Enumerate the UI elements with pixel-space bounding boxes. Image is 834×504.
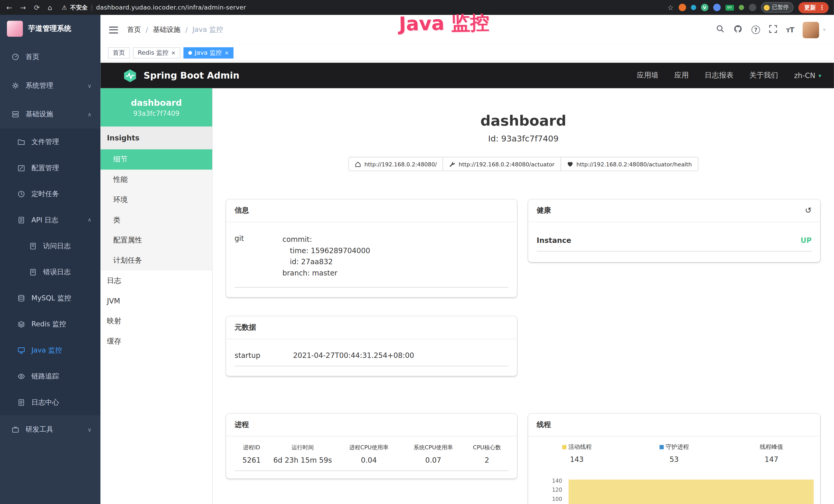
health-row-instance: Instance UP <box>536 228 812 251</box>
sba-menu-details[interactable]: 细节 <box>101 150 212 170</box>
close-icon[interactable]: × <box>224 50 229 56</box>
sidebar-item-mysql[interactable]: MySQL 监控 <box>0 285 101 311</box>
sidebar-item-job[interactable]: 定时任务 <box>0 181 101 207</box>
sba-menu-caches[interactable]: 缓存 <box>101 331 212 351</box>
url-text[interactable]: dashboard.yudao.iocoder.cn/infra/admin-s… <box>96 4 246 11</box>
info-key: git <box>235 234 282 279</box>
service-url-button[interactable]: http://192.168.0.2:48080/ <box>349 157 443 171</box>
sidebar-item-trace[interactable]: 链路追踪 <box>0 363 101 389</box>
main-area: 首页 / 基础设施 / Java 监控 ? тT ▾ <box>101 15 834 504</box>
update-button[interactable]: 更新 ⋮ <box>798 2 829 13</box>
sba-menu-jvm[interactable]: JVM <box>101 291 212 311</box>
sidebar-item-api-log[interactable]: API 日志 ∧ <box>0 207 101 233</box>
font-size-icon[interactable]: тT <box>786 26 794 33</box>
sidebar-item-log-center[interactable]: 日志中心 <box>0 389 101 415</box>
ext-fox-icon[interactable] <box>678 4 686 11</box>
sidebar-item-error-log[interactable]: 错误日志 <box>0 259 101 285</box>
sidebar-item-label: MySQL 监控 <box>31 293 71 303</box>
sba-insights-label: Insights <box>101 127 212 150</box>
sidebar-item-system[interactable]: 系统管理 ∨ <box>0 71 101 100</box>
close-icon[interactable]: × <box>171 50 175 56</box>
back-icon[interactable]: ← <box>6 3 12 11</box>
sba-nav-wall[interactable]: 应用墙 <box>637 71 659 80</box>
browser-chrome: ← → ⟳ ⌂ ⚠ 不安全 | dashboard.yudao.iocoder.… <box>0 0 834 15</box>
sba-menu-performance[interactable]: 性能 <box>101 170 212 190</box>
sidebar-item-label: API 日志 <box>31 215 58 225</box>
sba-brand[interactable]: Spring Boot Admin <box>144 70 239 81</box>
fullscreen-icon[interactable] <box>769 25 777 35</box>
ext-vue-icon[interactable]: V <box>701 4 708 11</box>
home-icon[interactable]: ⌂ <box>48 3 52 11</box>
sidebar-item-label: 配置管理 <box>31 163 59 173</box>
ext-drop-icon[interactable] <box>691 5 696 10</box>
server-icon <box>11 110 19 118</box>
tags-view: 首页 Redis 监控 × Java 监控 × <box>101 45 834 61</box>
sidebar-item-infra[interactable]: 基础设施 ∧ <box>0 100 101 129</box>
sba-language-select[interactable]: zh-CN ▾ <box>794 71 821 79</box>
user-avatar[interactable] <box>803 22 819 38</box>
breadcrumb: 首页 / 基础设施 / Java 监控 <box>127 25 223 35</box>
instance-subtitle: Id: 93a3fc7f7409 <box>213 134 834 143</box>
sidebar-item-label: 文件管理 <box>31 137 59 146</box>
card-metadata: 元数据 startup 2021-04-27T00:44:31.254+08:0… <box>226 316 517 376</box>
metadata-key: startup <box>235 351 293 360</box>
card-title: 元数据 <box>235 323 256 332</box>
sidebar-item-home[interactable]: 首页 <box>0 43 101 71</box>
git-commit-id: id: 27aa832 <box>283 256 370 267</box>
process-headers: 进程ID 运行时间 进程CPU使用率 系统CPU使用率 CPU核心数 <box>235 441 508 455</box>
info-value: commit: time: 1596289704000 id: 27aa832 … <box>283 234 370 279</box>
sba-menu-properties[interactable]: 配置属性 <box>101 230 212 251</box>
sidebar-item-access-log[interactable]: 访问日志 <box>0 233 101 259</box>
sba-menu-logs[interactable]: 日志 <box>101 271 212 291</box>
sidebar-item-redis[interactable]: Redis 监控 <box>0 311 101 337</box>
metadata-value: 2021-04-27T00:44:31.254+08:00 <box>293 351 414 360</box>
breadcrumb-separator: / <box>146 26 148 33</box>
git-commit-time: time: 1596289704000 <box>283 245 370 256</box>
reload-icon[interactable]: ⟳ <box>34 3 40 11</box>
tag-home[interactable]: 首页 <box>108 47 130 58</box>
sidebar-item-label: 系统管理 <box>25 81 53 90</box>
ext-leaf-icon[interactable] <box>739 5 744 10</box>
app-logo[interactable]: 芋道管理系统 <box>0 15 101 43</box>
card-info: 信息 git commit: time: 1596289704000 id: 2… <box>226 200 517 297</box>
paused-badge[interactable]: 已暂停 <box>761 2 793 13</box>
ext-switch-on-icon[interactable]: on <box>725 5 733 10</box>
sba-nav-about[interactable]: 关于我们 <box>749 71 778 80</box>
actuator-url-button[interactable]: http://192.168.0.2:48080/actuator <box>443 157 561 171</box>
logo-avatar <box>7 21 23 37</box>
tag-java[interactable]: Java 监控 × <box>184 47 234 58</box>
ext-grid-icon[interactable] <box>713 4 721 11</box>
sba-instance-header[interactable]: dashboard 93a3fc7f7409 <box>101 88 212 127</box>
sba-menu-mappings[interactable]: 映射 <box>101 311 212 331</box>
sidebar-item-config[interactable]: 配置管理 <box>0 155 101 181</box>
history-icon[interactable]: ↺ <box>805 206 812 215</box>
forward-icon[interactable]: → <box>20 3 26 11</box>
health-url-button[interactable]: http://192.168.0.2:48080/actuator/health <box>561 157 698 171</box>
sba-menu-classes[interactable]: 类 <box>101 210 212 230</box>
sba-menu-environment[interactable]: 环境 <box>101 190 212 210</box>
tag-redis[interactable]: Redis 监控 × <box>133 47 180 58</box>
breadcrumb-item[interactable]: 首页 <box>127 25 141 35</box>
sba-nav-journal[interactable]: 日志报表 <box>705 71 733 80</box>
sba-menu-scheduled-tasks[interactable]: 计划任务 <box>101 250 212 271</box>
breadcrumb-item[interactable]: 基础设施 <box>153 25 180 35</box>
hamburger-icon[interactable] <box>109 26 118 33</box>
sidebar-item-label: 访问日志 <box>43 241 71 251</box>
sba-nav-applications[interactable]: 应用 <box>674 71 688 80</box>
sidebar-item-label: 错误日志 <box>43 267 71 277</box>
search-icon[interactable] <box>716 24 724 35</box>
eye-icon <box>17 372 25 380</box>
col-header: 运行时间 <box>269 441 337 455</box>
sidebar-item-file[interactable]: 文件管理 <box>0 129 101 155</box>
help-icon[interactable]: ? <box>751 25 760 34</box>
address-bar[interactable]: ⚠ 不安全 | dashboard.yudao.iocoder.cn/infra… <box>62 3 246 11</box>
sidebar-item-dev-tools[interactable]: 研发工具 ∨ <box>0 415 101 444</box>
sidebar-item-label: 基础设施 <box>25 110 53 119</box>
bookmark-star-icon[interactable]: ☆ <box>667 3 674 11</box>
y-tick: 100 <box>536 496 562 502</box>
sidebar-item-java[interactable]: Java 监控 <box>0 337 101 363</box>
ext-puzzle-icon[interactable] <box>749 4 756 11</box>
document-icon <box>29 268 37 276</box>
browser-menu-kebab-icon[interactable]: ⋮ <box>819 4 825 11</box>
github-icon[interactable] <box>733 24 743 35</box>
